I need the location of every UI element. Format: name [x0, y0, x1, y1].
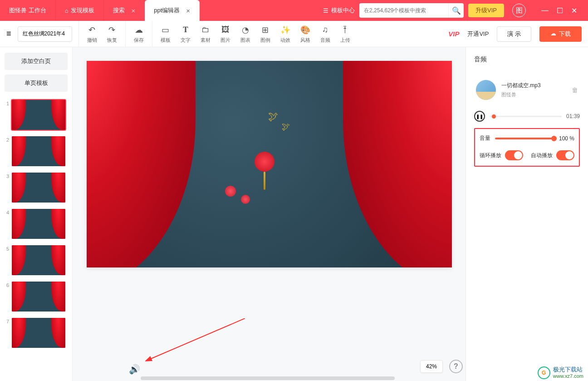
template-icon: ▭	[162, 25, 169, 35]
tab-ppt-editor[interactable]: ppt编辑器 ×	[145, 0, 200, 21]
watermark: G 极光下载站 www.xz7.com	[538, 366, 583, 379]
tab-label: 搜索	[113, 6, 125, 15]
audio-button[interactable]: ♫音频	[320, 21, 330, 47]
palette-icon: 🎨	[300, 25, 310, 35]
picture-icon[interactable]: 图	[512, 4, 526, 17]
legend-icon: ⊞	[262, 25, 269, 35]
curtain-decoration	[343, 61, 452, 267]
undo-icon: ↶	[88, 25, 95, 35]
sparkle-icon: ✨	[280, 25, 290, 35]
autoplay-toggle[interactable]	[556, 150, 574, 160]
template-center-button[interactable]: ☰ 模板中心	[323, 6, 355, 15]
preview-button[interactable]: 演 示	[497, 26, 531, 42]
audio-file-item[interactable]: 一切都成空.mp3 图怪兽 🗑	[474, 76, 580, 104]
curtain-decoration	[87, 61, 196, 267]
cloud-save-icon: ☁	[135, 25, 143, 35]
image-button[interactable]: 🖼图片	[220, 21, 230, 47]
titlebar: 图怪兽 工作台 ⌂ 发现模板 搜索 × ppt编辑器 × ☰ 模板中心 🔍 升级…	[0, 0, 588, 21]
tab-workspace[interactable]: 图怪兽 工作台	[0, 0, 56, 21]
save-button[interactable]: ☁ 保存	[134, 21, 144, 47]
volume-value: 100 %	[559, 135, 574, 142]
menu-button[interactable]: ≡	[6, 29, 11, 39]
loop-toggle[interactable]	[505, 150, 523, 160]
upload-icon: ⭱	[341, 25, 349, 35]
chart-button[interactable]: ◔图表	[240, 21, 250, 47]
toolbar-insert-group: ▭模板 𝐓文字 🗀素材 🖼图片 ◔图表 ⊞图例 ✨动效 🎨风格 ♫音频 ⭱上传	[152, 21, 358, 47]
download-button[interactable]: ☁ 下载	[539, 26, 582, 42]
slide-thumbnail[interactable]	[12, 318, 65, 348]
animation-button[interactable]: ✨动效	[280, 21, 290, 47]
audio-file-source: 图怪兽	[501, 91, 566, 98]
loop-label: 循环播放	[480, 152, 501, 159]
folder-icon: 🗀	[201, 25, 210, 35]
download-icon: ☁	[550, 30, 556, 38]
close-window-icon[interactable]: ✕	[571, 6, 577, 15]
material-button[interactable]: 🗀素材	[201, 21, 211, 47]
delete-audio-button[interactable]: 🗑	[572, 86, 578, 94]
add-blank-page-button[interactable]: 添加空白页	[5, 53, 68, 70]
vip-badge: VIP	[448, 30, 459, 38]
audio-player: ❚❚ 01:39	[474, 111, 580, 122]
search-icon: 🔍	[452, 6, 461, 15]
bird-decoration: 🕊	[268, 111, 278, 123]
upload-button[interactable]: ⭱上传	[340, 21, 350, 47]
lantern-decoration	[255, 152, 274, 172]
slide-thumbnail[interactable]	[12, 100, 65, 130]
slide-thumbnail[interactable]	[12, 245, 65, 275]
style-button[interactable]: 🎨风格	[300, 21, 310, 47]
slide-thumbnail[interactable]	[12, 209, 65, 239]
tab-search[interactable]: 搜索 ×	[104, 0, 145, 21]
audio-file-name: 一切都成空.mp3	[501, 82, 566, 89]
redo-icon: ↷	[108, 25, 115, 35]
slide-thumbnail[interactable]	[12, 173, 65, 203]
slide-canvas[interactable]: 🕊 🕊	[87, 61, 452, 267]
pause-button[interactable]: ❚❚	[474, 111, 485, 122]
template-center-label: 模板中心	[331, 6, 355, 15]
window-controls: — ☐ ✕	[534, 6, 584, 15]
single-page-template-button[interactable]: 单页模板	[5, 74, 68, 92]
canvas-area[interactable]: 🕊 🕊 🔊 42% ?	[73, 47, 466, 381]
flower-decoration	[225, 186, 236, 197]
menu-icon: ☰	[323, 7, 328, 14]
tab-discover[interactable]: ⌂ 发现模板	[56, 0, 104, 21]
minimize-icon[interactable]: —	[541, 6, 549, 15]
open-vip-link[interactable]: 开通VIP	[467, 30, 489, 38]
svg-line-0	[150, 318, 245, 359]
home-icon: ⌂	[65, 7, 69, 14]
audio-panel: 音频 一切都成空.mp3 图怪兽 🗑 ❚❚ 01:39 音量 100 % 循环播…	[466, 47, 588, 381]
undo-button[interactable]: ↶ 撤销	[87, 21, 97, 47]
toolbar: ≡ 红色丝绸2021年4 ↶ 撤销 ↷ 恢复 ☁ 保存 ▭模板 𝐓文字 🗀素材 …	[0, 21, 588, 47]
maximize-icon[interactable]: ☐	[557, 6, 563, 15]
bird-decoration: 🕊	[282, 122, 290, 132]
autoplay-label: 自动播放	[531, 152, 553, 159]
audio-progress[interactable]	[490, 116, 562, 117]
tab-label: 发现模板	[71, 6, 94, 15]
upgrade-vip-button[interactable]: 升级VIP	[468, 4, 504, 17]
volume-label: 音量	[480, 134, 490, 142]
audio-settings-highlight: 音量 100 % 循环播放 自动播放	[474, 128, 580, 167]
flower-decoration	[241, 195, 250, 204]
close-icon[interactable]: ×	[131, 7, 135, 15]
horizontal-scrollbar[interactable]	[73, 376, 466, 381]
search-input[interactable]	[359, 7, 448, 14]
slide-panel: 添加空白页 单页模板 1 2 3 4 5 6 7	[0, 47, 73, 381]
text-button[interactable]: 𝐓文字	[181, 21, 191, 47]
global-search[interactable]: 🔍	[359, 3, 464, 18]
help-button[interactable]: ?	[449, 360, 463, 373]
audio-duration: 01:39	[566, 113, 580, 119]
text-icon: 𝐓	[183, 25, 188, 35]
image-icon: 🖼	[221, 25, 230, 35]
close-icon[interactable]: ×	[186, 7, 190, 15]
zoom-level[interactable]: 42%	[420, 360, 443, 373]
tab-label: ppt编辑器	[154, 6, 180, 15]
redo-button[interactable]: ↷ 恢复	[107, 21, 117, 47]
audio-thumbnail	[476, 80, 496, 100]
legend-button[interactable]: ⊞图例	[260, 21, 270, 47]
panel-title: 音频	[474, 55, 580, 64]
document-name-field[interactable]: 红色丝绸2021年4	[18, 26, 72, 42]
slide-thumbnail[interactable]	[12, 282, 65, 312]
volume-slider[interactable]	[495, 138, 554, 139]
slide-thumbnail[interactable]	[12, 136, 65, 166]
search-button[interactable]: 🔍	[448, 3, 464, 18]
template-button[interactable]: ▭模板	[161, 21, 171, 47]
